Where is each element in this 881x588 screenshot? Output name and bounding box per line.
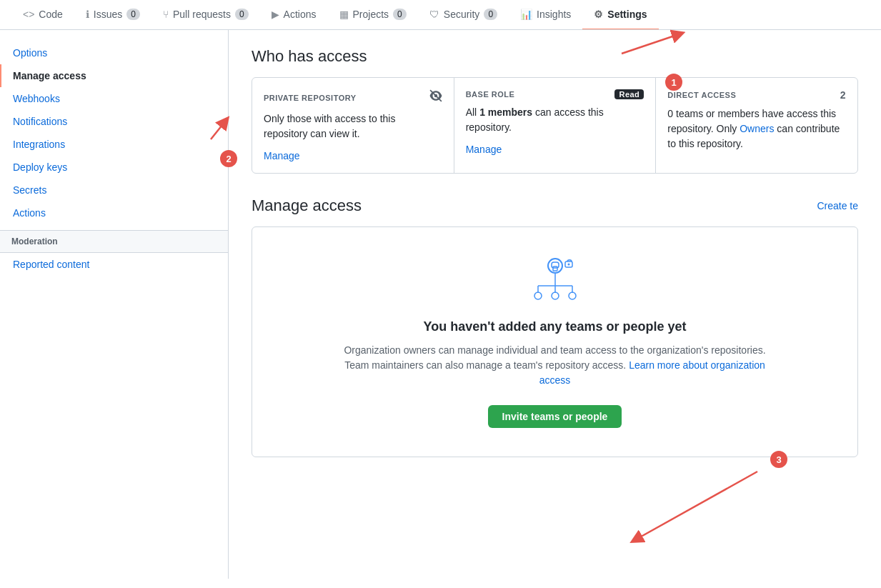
direct-access-card: DIRECT ACCESS 2 0 teams or members have … <box>656 78 857 173</box>
nav-code[interactable]: <> Code <box>11 0 74 30</box>
private-repo-content: Only those with access to this repositor… <box>264 111 442 141</box>
who-has-access-title: Who has access <box>252 47 858 66</box>
owners-link[interactable]: Owners <box>740 123 774 134</box>
svg-point-12 <box>552 292 559 299</box>
sidebar-item-options[interactable]: Options <box>0 41 228 64</box>
direct-access-content: 0 teams or members have access this repo… <box>667 106 846 151</box>
manage-access-header: Manage access Create te <box>252 196 858 215</box>
nav-insights[interactable]: 📊 Insights <box>509 0 582 30</box>
nav-issues[interactable]: ℹ Issues 0 <box>74 0 151 30</box>
private-repo-manage-link[interactable]: Manage <box>264 150 300 161</box>
svg-point-13 <box>569 292 576 299</box>
empty-state-title: You haven't added any teams or people ye… <box>423 319 686 334</box>
private-repo-label: PRIVATE REPOSITORY <box>264 89 442 106</box>
svg-point-5 <box>567 264 569 266</box>
members-count: 1 members <box>479 106 532 118</box>
sidebar-item-reported-content[interactable]: Reported content <box>0 253 228 276</box>
manage-access-title: Manage access <box>252 196 362 215</box>
sidebar-item-actions[interactable]: Actions <box>0 201 228 224</box>
base-role-manage-link[interactable]: Manage <box>466 144 502 155</box>
sidebar-item-integrations[interactable]: Integrations <box>0 133 228 156</box>
sidebar: Options Manage access Webhooks Notificat… <box>0 30 229 579</box>
base-role-content: All 1 members can access this repository… <box>466 105 644 135</box>
manage-access-empty-state: You haven't added any teams or people ye… <box>252 226 858 457</box>
direct-access-label: DIRECT ACCESS 2 <box>667 89 846 101</box>
sidebar-item-secrets[interactable]: Secrets <box>0 179 228 201</box>
insights-icon: 📊 <box>520 9 532 20</box>
pull-request-icon: ⑂ <box>163 9 169 20</box>
security-icon: 🛡 <box>429 9 439 20</box>
nav-pull-requests[interactable]: ⑂ Pull requests 0 <box>151 0 260 30</box>
sidebar-item-webhooks[interactable]: Webhooks <box>0 87 228 110</box>
code-icon: <> <box>23 9 34 20</box>
base-role-card: BASE ROLE Read All 1 members can access … <box>454 78 657 173</box>
team-icon <box>527 256 584 308</box>
nav-security[interactable]: 🛡 Security 0 <box>418 0 509 30</box>
invite-teams-button[interactable]: Invite teams or people <box>488 405 622 428</box>
sidebar-item-deploy-keys[interactable]: Deploy keys <box>0 156 228 179</box>
sidebar-item-manage-access[interactable]: Manage access <box>0 64 228 87</box>
nav-settings[interactable]: ⚙ Settings <box>582 0 658 30</box>
main-content: Who has access PRIVATE REPOSITORY Only t… <box>229 30 881 579</box>
sidebar-group-moderation: Moderation <box>0 230 228 253</box>
nav-projects[interactable]: ▦ Projects 0 <box>328 0 418 30</box>
svg-point-11 <box>534 292 542 299</box>
sidebar-moderation-section: Moderation Reported content <box>0 230 228 276</box>
base-role-label: BASE ROLE Read <box>466 89 644 99</box>
direct-access-count: 2 <box>840 89 846 101</box>
nav-actions[interactable]: ▶ Actions <box>260 0 328 30</box>
repo-nav: <> Code ℹ Issues 0 ⑂ Pull requests 0 ▶ A… <box>0 0 881 30</box>
base-role-badge: Read <box>614 89 644 99</box>
actions-icon: ▶ <box>272 9 279 20</box>
projects-icon: ▦ <box>339 9 349 20</box>
svg-rect-3 <box>553 266 557 271</box>
create-team-link[interactable]: Create te <box>817 200 858 211</box>
main-container: Options Manage access Webhooks Notificat… <box>0 30 881 579</box>
sidebar-main-section: Options Manage access Webhooks Notificat… <box>0 41 228 224</box>
private-repo-card: PRIVATE REPOSITORY Only those with acces… <box>252 78 454 173</box>
empty-state-description: Organization owners can manage individua… <box>341 343 770 388</box>
settings-icon: ⚙ <box>594 9 603 20</box>
private-eye-icon <box>429 89 442 106</box>
access-cards: PRIVATE REPOSITORY Only those with acces… <box>252 77 858 174</box>
sidebar-item-notifications[interactable]: Notifications <box>0 110 228 133</box>
issues-icon: ℹ <box>86 9 89 20</box>
